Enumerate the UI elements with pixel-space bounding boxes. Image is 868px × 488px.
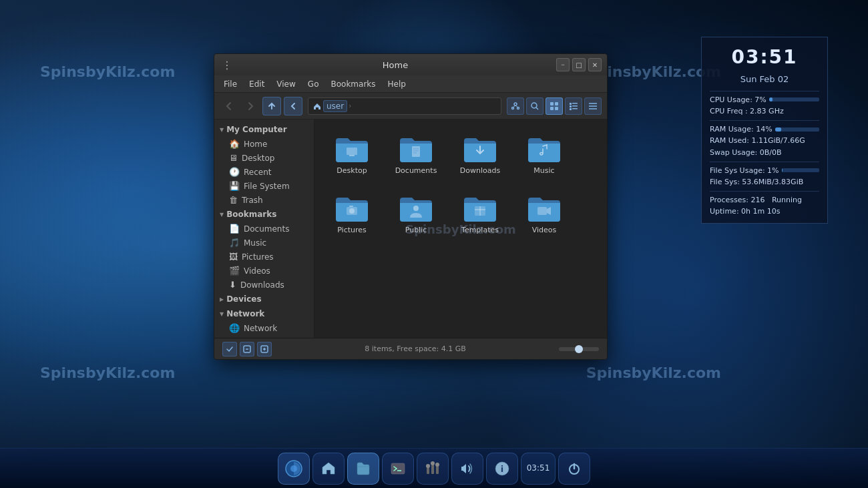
menu-help[interactable]: Help <box>383 78 411 90</box>
sidebar-section-bookmarks[interactable]: ▼ Bookmarks <box>214 207 314 222</box>
bookmarks-expand-arrow: ▼ <box>220 212 224 218</box>
titlebar-menu-button[interactable]: ⋮ <box>220 57 234 72</box>
sidebar-item-bm-downloads[interactable]: ⬇ Downloads <box>214 278 314 292</box>
taskbar-terminal[interactable] <box>382 453 414 485</box>
svg-point-5 <box>531 103 537 108</box>
sysmon-fs-bar-fill <box>782 168 783 172</box>
icon-view-icon <box>550 101 559 111</box>
svg-rect-16 <box>572 108 578 109</box>
sidebar-item-bm-music[interactable]: 🎵 Music <box>214 236 314 250</box>
taskbar-home-icon <box>320 461 337 477</box>
bm-pictures-icon: 🖼 <box>229 252 238 262</box>
menu-view[interactable]: View <box>271 78 300 90</box>
file-item-documents[interactable]: Documents <box>389 130 443 179</box>
taskbar-mixer[interactable] <box>417 453 449 485</box>
file-item-templates[interactable]: Templates <box>453 190 507 238</box>
menu-bookmarks[interactable]: Bookmarks <box>325 78 381 90</box>
breadcrumb-user[interactable]: user <box>323 100 347 112</box>
svg-rect-44 <box>431 465 434 474</box>
up-button[interactable] <box>262 97 281 115</box>
taskbar-clock[interactable]: 03:51 <box>521 453 556 485</box>
svg-line-3 <box>513 105 515 107</box>
file-item-downloads[interactable]: Downloads <box>453 130 507 179</box>
minimize-button[interactable]: － <box>556 58 570 71</box>
file-label-templates: Templates <box>461 226 499 234</box>
breadcrumb-end-chevron: › <box>349 102 351 109</box>
sysmon-fs-size-label: File Sys: 53.6MiB/3.83GiB <box>710 176 819 188</box>
statusbar-btn-3[interactable] <box>257 342 272 356</box>
sidebar-item-network[interactable]: 🌐 Network <box>214 321 314 335</box>
zoom-slider[interactable] <box>559 347 599 351</box>
sidebar-item-file-system[interactable]: 💾 File System <box>214 179 314 193</box>
devices-expand-arrow: ▶ <box>220 296 224 302</box>
statusbar-zoom <box>559 347 599 351</box>
taskbar-power-icon <box>566 461 582 477</box>
menu-edit[interactable]: Edit <box>244 78 270 90</box>
sidebar-network-item-label: Network <box>244 324 277 333</box>
network-expand-arrow: ▼ <box>220 311 224 317</box>
sidebar-item-recent[interactable]: 🕐 Recent <box>214 165 314 179</box>
sidebar-item-desktop[interactable]: 🖥 Desktop <box>214 151 314 165</box>
menu-file[interactable]: File <box>218 78 242 90</box>
svg-rect-10 <box>555 107 558 110</box>
taskbar-logo[interactable] <box>278 453 310 485</box>
taskbar-home[interactable] <box>312 453 345 485</box>
sidebar-item-bm-videos[interactable]: 🎬 Videos <box>214 264 314 278</box>
breadcrumb-prev-button[interactable] <box>284 97 302 115</box>
menu-go[interactable]: Go <box>302 78 324 90</box>
file-item-videos[interactable]: Videos <box>517 190 571 238</box>
maximize-button[interactable]: □ <box>572 58 586 71</box>
compact-view-button[interactable] <box>565 97 582 115</box>
sysmon-uptime: Uptime: 0h 1m 10s <box>710 206 819 218</box>
folder-icon-templates <box>463 194 497 223</box>
sidebar-item-bm-documents[interactable]: 📄 Documents <box>214 222 314 236</box>
file-item-music[interactable]: Music <box>517 130 571 179</box>
icon-view-button[interactable] <box>546 97 563 115</box>
network-sidebar-icon: 🌐 <box>229 323 240 333</box>
network-view-button[interactable] <box>507 97 524 115</box>
folder-icon-videos <box>527 194 562 223</box>
file-system-icon: 💾 <box>229 181 240 191</box>
file-label-music: Music <box>533 166 554 175</box>
svg-point-27 <box>349 208 355 214</box>
titlebar: ⋮ Home － □ ✕ <box>214 54 607 75</box>
statusbar: 8 items, Free space: 4.1 GB <box>214 338 607 359</box>
sidebar-item-bm-pictures[interactable]: 🖼 Pictures <box>214 250 314 264</box>
taskbar-files[interactable] <box>347 453 379 485</box>
svg-point-48 <box>435 463 439 467</box>
detail-view-button[interactable] <box>584 97 602 115</box>
search-button[interactable] <box>526 97 544 115</box>
sidebar-recent-label: Recent <box>244 168 271 177</box>
file-item-desktop[interactable]: Desktop <box>325 130 379 179</box>
taskbar-info[interactable]: i <box>486 453 518 485</box>
taskbar-speaker[interactable] <box>451 453 483 485</box>
system-monitor-widget: 03:51 Sun Feb 02 CPU Usage: 7% CPU Freq … <box>701 37 828 224</box>
home-breadcrumb-icon <box>312 101 322 111</box>
sidebar-section-network[interactable]: ▼ Network <box>214 306 314 321</box>
sidebar-section-devices[interactable]: ▶ Devices <box>214 292 314 306</box>
folder-icon-pictures <box>335 194 369 223</box>
sysmon-swap-label: Swap Usage: 0B/0B <box>710 147 819 159</box>
sidebar-bm-music-label: Music <box>244 238 266 248</box>
close-button[interactable]: ✕ <box>588 58 602 71</box>
bm-documents-icon: 📄 <box>229 224 240 234</box>
sidebar-item-trash[interactable]: 🗑 Trash <box>214 193 314 207</box>
taskbar-speaker-icon <box>459 461 475 477</box>
svg-rect-12 <box>572 103 578 104</box>
taskbar-files-icon <box>355 461 371 477</box>
statusbar-btn-2[interactable] <box>240 342 254 356</box>
file-item-pictures[interactable]: Pictures <box>325 190 379 238</box>
taskbar-power[interactable] <box>558 453 590 485</box>
forward-button[interactable] <box>241 97 260 115</box>
sysmon-ram-bar <box>775 128 819 132</box>
statusbar-btn-1[interactable] <box>222 342 237 356</box>
sidebar-home-label: Home <box>244 140 267 149</box>
back-button[interactable] <box>220 97 238 115</box>
file-item-public[interactable]: Public <box>389 190 443 238</box>
svg-point-40 <box>290 465 297 472</box>
statusbar-icon-2 <box>243 345 251 353</box>
sidebar-item-home[interactable]: 🏠 Home <box>214 137 314 151</box>
file-grid: Desktop D <box>314 119 607 338</box>
sidebar-section-my-computer[interactable]: ▼ My Computer <box>214 122 314 137</box>
statusbar-left-buttons <box>222 342 272 356</box>
